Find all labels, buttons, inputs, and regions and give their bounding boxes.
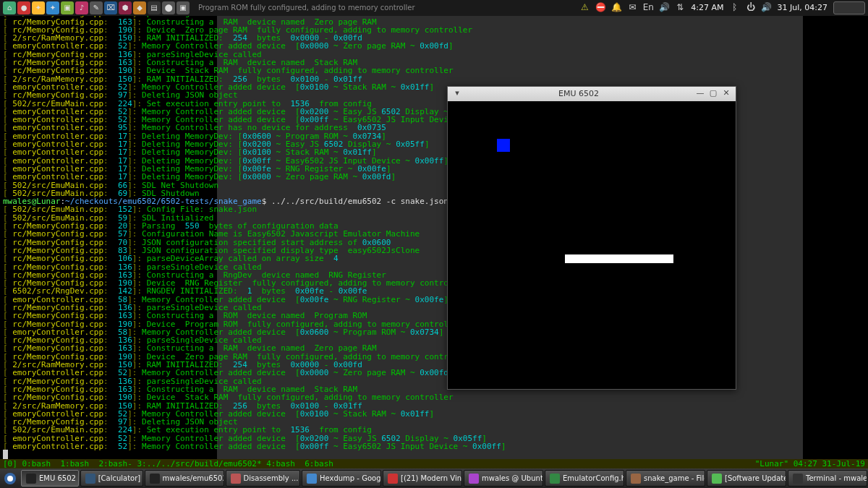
taskbar-item-icon (307, 474, 317, 484)
terminal-line: [ emoryController.cpp: 52]: Memory Contr… (3, 442, 865, 450)
start-menu-button[interactable] (0, 468, 20, 488)
volume-icon[interactable]: 🔊 (659, 3, 669, 13)
taskbar-item[interactable]: EmulatorConfig.h ... (545, 470, 624, 487)
active-window-title: Program ROM fully configured, adding to … (198, 4, 415, 12)
taskbar-item[interactable]: mwales @ Ubuntu ... (464, 470, 543, 487)
taskbar-item-label: [(21) Modern Vinta... (401, 474, 462, 482)
taskbar-item-icon (469, 474, 479, 484)
notification-icon[interactable]: 🔔 (611, 3, 621, 13)
svg-point-1 (7, 476, 13, 481)
taskbar-item-label: mwales/emu6502: ... (163, 474, 224, 482)
taskbar-item-label: [Calculator] (98, 474, 141, 482)
warning-icon[interactable]: ⚠ (579, 3, 590, 13)
taskbar-item-icon (631, 474, 641, 484)
taskbar-item[interactable]: snake_game - File ... (626, 470, 705, 487)
date-indicator[interactable]: 31 Jul, 04:27 (778, 4, 827, 12)
language-indicator[interactable]: En (643, 3, 653, 13)
terminal-output[interactable]: [ emoryController.cpp: 58]: Memory Contr… (0, 0, 868, 468)
launcher-icon[interactable]: ▣ (61, 1, 74, 14)
snake-body (565, 254, 673, 263)
launcher-icon[interactable]: ⬢ (119, 1, 132, 14)
launcher-icon[interactable]: ♪ (75, 1, 88, 14)
taskbar-item-icon (85, 474, 95, 484)
launcher-icon[interactable]: ● (17, 1, 30, 14)
taskbar-item[interactable]: [Calculator] (80, 470, 143, 487)
minimize-button[interactable]: — (695, 89, 705, 99)
taskbar-item-label: snake_game - File ... (644, 474, 705, 482)
launcher-icon[interactable]: ▤ (148, 1, 161, 14)
window-title: EMU 6502 (464, 90, 694, 98)
launcher-icon[interactable]: ⬤ (162, 1, 175, 14)
bluetooth-icon[interactable]: ᛒ (730, 3, 740, 13)
taskbar-item[interactable]: [Software Updater] (707, 470, 786, 487)
stop-icon[interactable]: ⛔ (595, 3, 605, 13)
tmux-windows-list[interactable]: [0] 0:bash 1:bash 2:bash- 3:../../src/bu… (3, 460, 333, 468)
taskbar-item-label: Disassembly ... (244, 474, 299, 482)
taskbar-item-icon (550, 474, 560, 484)
launcher-icon[interactable]: ⌧ (104, 1, 117, 14)
taskbar-item-label: Terminal - mwales... (806, 474, 867, 482)
taskbar-item-label: mwales @ Ubuntu ... (482, 474, 543, 482)
volume-icon[interactable]: 🔊 (762, 3, 772, 13)
close-button[interactable]: ✕ (721, 89, 731, 99)
taskbar-item-icon (712, 474, 722, 484)
panel-app-launchers: ⌂ ● ✦ ✦ ▣ ♪ ✎ ⌧ ⬢ ◆ ▤ ⬤ ▣ Program ROM fu… (3, 1, 415, 14)
taskbar-item[interactable]: Disassembly ... (226, 470, 300, 487)
taskbar-item[interactable]: Terminal - mwales... (788, 470, 867, 487)
system-tray: ⚠ ⛔ 🔔 ✉ En 🔊 ⇅ 4:27 AM ᛒ ⏻ 🔊 31 Jul, 04:… (579, 1, 865, 14)
clock[interactable]: 4:27 AM (691, 4, 723, 12)
taskbar-item[interactable]: [(21) Modern Vinta... (383, 470, 462, 487)
tmux-status-bar: [0] 0:bash 1:bash 2:bash- 3:../../src/bu… (0, 459, 868, 468)
taskbar-item-label: [Software Updater] (725, 474, 786, 482)
mail-icon[interactable]: ✉ (627, 3, 637, 13)
taskbar-item-label: EMU 6502 (39, 474, 76, 482)
launcher-icon[interactable]: ◆ (133, 1, 146, 14)
taskbar-item-icon (231, 474, 241, 484)
launcher-icon[interactable]: ✦ (46, 1, 59, 14)
launcher-icon[interactable]: ▣ (176, 1, 190, 14)
taskbar-item[interactable]: mwales/emu6502: ... (145, 470, 224, 487)
taskbar: EMU 6502[Calculator]mwales/emu6502: ...D… (0, 468, 868, 488)
launcher-icon[interactable]: ✎ (90, 1, 103, 14)
window-titlebar[interactable]: ▾ EMU 6502 — ▢ ✕ (448, 87, 736, 101)
snake-food-pixel (497, 139, 510, 152)
maximize-button[interactable]: ▢ (708, 89, 718, 99)
emu6502-window[interactable]: ▾ EMU 6502 — ▢ ✕ (447, 86, 736, 390)
network-icon[interactable]: ⇅ (675, 3, 685, 13)
taskbar-item[interactable]: Hexdump - Google ... (302, 470, 381, 487)
taskbar-item-icon (793, 474, 803, 484)
workspace-switcher[interactable] (833, 1, 865, 14)
window-menu-icon[interactable]: ▾ (452, 89, 462, 99)
emulator-display[interactable] (448, 101, 736, 389)
taskbar-item-icon (388, 474, 398, 484)
launcher-icon[interactable]: ✦ (32, 1, 45, 14)
vpn-icon[interactable]: ⏻ (746, 3, 756, 13)
taskbar-item-label: Hexdump - Google ... (320, 474, 381, 482)
terminal-cursor (3, 450, 865, 458)
tmux-status-right: "Lunar" 04:27 31-Jul-19 (755, 460, 865, 468)
taskbar-item-label: EmulatorConfig.h ... (563, 474, 624, 482)
taskbar-item[interactable]: EMU 6502 (21, 470, 79, 487)
taskbar-item-icon (26, 474, 36, 484)
taskbar-item-icon (150, 474, 160, 484)
top-panel: ⌂ ● ✦ ✦ ▣ ♪ ✎ ⌧ ⬢ ◆ ▤ ⬤ ▣ Program ROM fu… (0, 0, 868, 16)
launcher-icon[interactable]: ⌂ (3, 1, 16, 14)
